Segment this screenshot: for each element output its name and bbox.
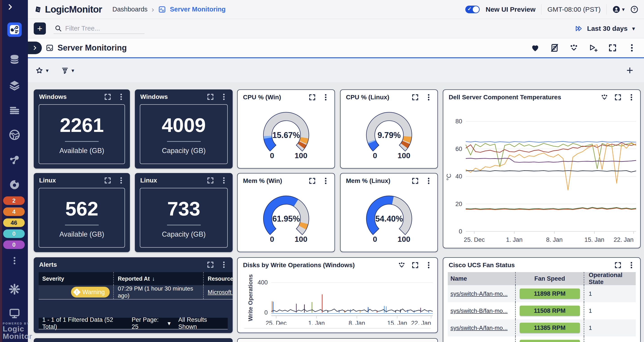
sidebar-item-settings[interactable] xyxy=(8,282,22,296)
gauge-chart: 15.67%0100 xyxy=(249,103,323,163)
time-play-icon[interactable] xyxy=(575,25,583,32)
alert-row[interactable]: ! Warning 07:29 PM (1 hour 30 minutes ag… xyxy=(39,285,233,300)
more-options-icon[interactable] xyxy=(322,177,330,185)
svg-text:20: 20 xyxy=(456,201,462,208)
legend-toggle-icon[interactable] xyxy=(600,94,608,101)
col-severity[interactable]: Severity xyxy=(39,276,113,282)
col-name[interactable]: Name xyxy=(448,275,515,282)
more-options-icon[interactable] xyxy=(425,261,432,269)
col-resource[interactable]: Resource/ xyxy=(203,272,233,285)
alert-resource-link[interactable]: Microsoft S xyxy=(208,289,233,296)
widget-title: Dell Server Component Temperatures xyxy=(449,94,561,101)
sidebar-item-modules[interactable] xyxy=(8,78,22,92)
col-reported-at[interactable]: Reported At↓ xyxy=(113,272,203,285)
breadcrumb-dashboards[interactable]: Dashboards xyxy=(112,6,148,13)
svg-text:0: 0 xyxy=(459,228,462,235)
add-dashboard-button[interactable]: + xyxy=(34,22,46,34)
new-ui-toggle[interactable]: ✓ xyxy=(465,6,480,13)
add-widget-button[interactable]: + xyxy=(626,64,633,76)
logicmonitor-logo-icon xyxy=(34,6,42,13)
favorites-filter[interactable]: ▾ xyxy=(36,67,48,74)
widget-title: Linux xyxy=(39,177,56,184)
alert-badge[interactable]: 0 xyxy=(3,230,25,238)
sidebar-item-logs[interactable] xyxy=(8,104,22,118)
gauge-max: 100 xyxy=(398,235,410,243)
sidebar-item-dashboards[interactable] xyxy=(8,22,22,37)
fullscreen-icon[interactable] xyxy=(104,176,112,184)
fan-row[interactable]: sys/switch-A/fan-mo... 11898 RPM 1 xyxy=(448,285,636,302)
sidebar-more-icon[interactable] xyxy=(8,254,22,268)
col-fan-speed[interactable]: Fan Speed xyxy=(515,272,584,285)
filter-menu[interactable]: ▾ xyxy=(61,67,74,74)
fan-name-link[interactable]: sys/switch-A/fan-mo... xyxy=(450,290,508,297)
user-menu[interactable]: ▾ xyxy=(612,6,625,13)
fullscreen-icon[interactable] xyxy=(614,261,622,269)
more-options-icon[interactable] xyxy=(220,93,228,101)
fan-row[interactable]: sys/switch-A/fan-mo... 11156 RPM 1 xyxy=(448,336,636,342)
fullscreen-icon[interactable] xyxy=(411,177,419,185)
more-options-icon[interactable] xyxy=(425,177,432,185)
fullscreen-icon[interactable] xyxy=(104,93,112,101)
widget-cpu-linux: CPU % (Linux) 9.79%0100 xyxy=(340,90,438,168)
more-options-icon[interactable] xyxy=(117,176,125,184)
alert-badge[interactable]: 4 xyxy=(3,208,25,216)
fullscreen-icon[interactable] xyxy=(206,261,214,268)
expand-widgets-icon[interactable] xyxy=(569,43,578,52)
fullscreen-icon[interactable] xyxy=(308,94,316,101)
widget-alerts: Alerts Severity Reported At↓ Resource/ !… xyxy=(34,257,233,333)
col-operational-state[interactable]: Operational State xyxy=(584,272,636,285)
breadcrumb-separator-icon: › xyxy=(152,5,154,14)
expand-panel-button[interactable] xyxy=(28,42,42,54)
more-options-icon[interactable] xyxy=(628,261,635,269)
widget-title: Disks by Write Operations (Windows) xyxy=(243,262,355,269)
svg-text:?: ? xyxy=(633,7,636,12)
more-options-icon[interactable] xyxy=(220,176,228,184)
metric-value: 733 xyxy=(167,197,200,220)
per-page-select[interactable]: Per Page: 25▾ xyxy=(132,316,170,330)
svg-text:22. Jan: 22. Jan xyxy=(614,236,634,243)
gauge-value: 61.95% xyxy=(272,214,300,223)
logicmonitor-logo[interactable]: LogicMonitor xyxy=(34,4,102,15)
legend-toggle-icon[interactable] xyxy=(398,261,406,269)
sidebar-item-display[interactable] xyxy=(8,306,22,320)
schedule-icon[interactable] xyxy=(589,43,598,52)
alert-badge[interactable]: 46 xyxy=(3,218,25,227)
tree-toolbar: + Last 30 days ▾ xyxy=(28,19,644,38)
search-icon xyxy=(54,24,62,32)
fullscreen-icon[interactable] xyxy=(206,176,214,184)
more-options-icon[interactable] xyxy=(117,93,125,101)
more-options-icon[interactable] xyxy=(322,94,330,101)
filter-tree-input[interactable] xyxy=(65,25,139,32)
more-options-icon[interactable] xyxy=(220,261,228,268)
report-disabled-icon[interactable] xyxy=(550,43,559,52)
fullscreen-icon[interactable] xyxy=(308,177,316,185)
metric-box: 2261 Available (GB) xyxy=(39,104,125,164)
fan-name-link[interactable]: sys/switch-B/fan-mo... xyxy=(450,308,508,314)
svg-text:25. Dec: 25. Dec xyxy=(266,320,286,325)
fullscreen-icon[interactable] xyxy=(411,94,419,101)
sidebar-item-alerts[interactable] xyxy=(8,178,22,192)
help-icon[interactable]: ? xyxy=(630,6,638,13)
alert-badge[interactable]: 2 xyxy=(3,196,25,205)
fullscreen-icon[interactable] xyxy=(206,93,214,101)
chevron-down-icon: ▾ xyxy=(168,320,171,327)
fan-row[interactable]: sys/switch-A/fan-mo... 11385 RPM 1 xyxy=(448,319,636,336)
sidebar-expand-icon[interactable] xyxy=(6,3,15,12)
more-options-icon[interactable] xyxy=(627,43,636,52)
app: 244600 POWERED BY Logic Monitor LogicMon… xyxy=(0,0,644,342)
more-options-icon[interactable] xyxy=(425,94,432,101)
sidebar-item-resources[interactable] xyxy=(8,52,22,66)
sidebar-item-websites[interactable] xyxy=(8,128,22,142)
chevron-down-icon[interactable]: ▾ xyxy=(632,25,635,32)
more-options-icon[interactable] xyxy=(628,94,635,101)
time-range-selector[interactable]: Last 30 days xyxy=(587,25,628,32)
fullscreen-icon[interactable] xyxy=(608,43,617,52)
alert-badge[interactable]: 0 xyxy=(3,240,25,249)
sidebar-item-topology[interactable] xyxy=(8,153,22,167)
fullscreen-icon[interactable] xyxy=(614,94,622,101)
favorite-heart-icon[interactable] xyxy=(531,43,540,52)
fan-row[interactable]: sys/switch-B/fan-mo... 11508 RPM 1 xyxy=(448,302,636,319)
fullscreen-icon[interactable] xyxy=(411,261,419,269)
breadcrumb-current[interactable]: Server Monitoring xyxy=(170,6,226,13)
fan-name-link[interactable]: sys/switch-A/fan-mo... xyxy=(450,324,508,331)
